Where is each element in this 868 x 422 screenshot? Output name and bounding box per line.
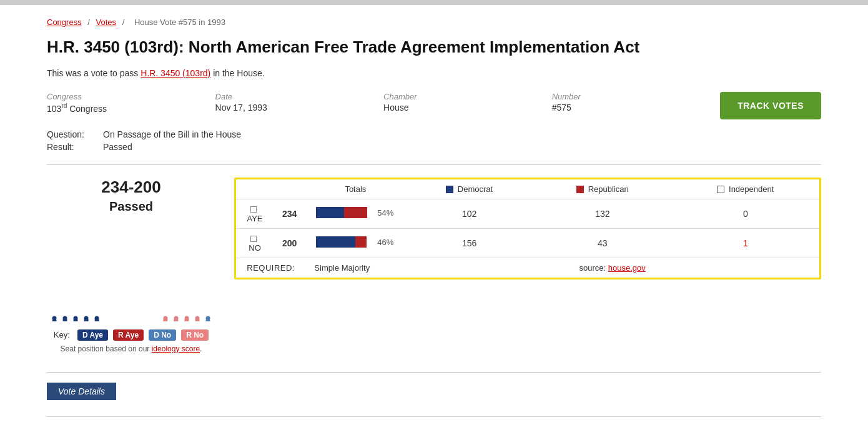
divider-3: [47, 416, 821, 417]
row-dem-1: 156: [405, 228, 533, 258]
result-label: Result:: [47, 142, 103, 152]
th-republican: Republican: [533, 179, 672, 199]
meta-date: Date Nov 17, 1993: [215, 92, 384, 113]
question-label: Question:: [47, 129, 103, 139]
bill-link[interactable]: H.R. 3450 (103rd): [141, 68, 210, 78]
row-pct-1: 46%: [376, 238, 395, 247]
breadcrumb: Congress / Votes / House Vote #575 in 19…: [47, 18, 821, 27]
hemicycle-dot: [195, 316, 200, 320]
congress-label: Congress: [47, 92, 215, 101]
result-value: Passed: [103, 142, 132, 152]
row-label-0: AYE: [236, 199, 274, 228]
track-col: TRACK VOTES: [720, 92, 821, 119]
breadcrumb-congress[interactable]: Congress: [47, 18, 82, 27]
key-label: Key:: [54, 330, 70, 339]
key-row: Key: D Aye R Aye D No R No: [47, 329, 215, 341]
row-dem-0: 102: [405, 199, 533, 228]
breadcrumb-current: House Vote #575 in 1993: [134, 18, 225, 27]
top-bar: [0, 0, 868, 5]
hemicycle-dot: [185, 316, 189, 320]
meta-section: Congress 103rd Congress Date Nov 17, 199…: [47, 92, 821, 119]
table-row: NO 200 46% 156 43 1: [236, 228, 819, 258]
divider-2: [47, 372, 821, 373]
row-rep-1: 43: [533, 228, 672, 258]
checkbox-icon-1: [250, 236, 257, 242]
table-row: AYE 234 54% 102 132 0: [236, 199, 819, 228]
th-totals: Totals: [305, 179, 405, 199]
vote-desc-suffix: in the House.: [213, 68, 265, 78]
breadcrumb-sep1: /: [87, 18, 90, 27]
hemicycle-dot: [206, 316, 210, 320]
dem-indicator: [446, 186, 453, 193]
result-row: Result: Passed: [47, 142, 821, 152]
source-cell: source: house.gov: [405, 258, 819, 278]
hemicycle-dot: [164, 316, 168, 320]
breadcrumb-sep2: /: [122, 18, 125, 27]
row-label-1: NO: [236, 228, 274, 258]
checkbox-icon-0: [250, 206, 257, 213]
rep-indicator: [576, 186, 584, 193]
required-label: REQUIRED:: [236, 258, 305, 278]
number-label: Number: [552, 92, 721, 101]
hemicycle-dot: [174, 316, 179, 320]
vote-section: 234-200 Passed Key: D Aye R Aye D No R N…: [47, 178, 821, 353]
vote-description: This was a vote to pass H.R. 3450 (103rd…: [47, 68, 821, 78]
vote-status: Passed: [47, 199, 215, 214]
th-democrat: Democrat: [405, 179, 533, 199]
date-value: Nov 17, 1993: [215, 103, 384, 113]
vote-table-foot: REQUIRED: Simple Majority source: house.…: [236, 258, 819, 278]
meta-chamber: Chamber House: [383, 92, 552, 113]
key-r-no: R No: [181, 329, 209, 341]
chamber-label: Chamber: [383, 92, 552, 101]
table-header-row: Totals Democrat Republican Independ: [236, 179, 819, 199]
bar-rep-1: [355, 236, 367, 248]
divider-1: [47, 164, 821, 165]
row-pct-0: 54%: [376, 208, 395, 218]
chamber-value: House: [383, 103, 552, 113]
row-rep-0: 132: [533, 199, 672, 228]
question-row: Question: On Passage of the Bill in the …: [47, 129, 821, 139]
th-empty: [236, 179, 274, 199]
page-title: H.R. 3450 (103rd): North American Free T…: [47, 37, 821, 58]
congress-value: 103rd Congress: [47, 103, 215, 114]
vote-tally: 234-200: [47, 178, 215, 197]
required-row: REQUIRED: Simple Majority source: house.…: [236, 258, 819, 278]
key-d-no: D No: [149, 329, 176, 341]
required-value: Simple Majority: [305, 258, 405, 278]
ideology-score-link[interactable]: ideology score: [152, 344, 200, 353]
track-votes-button[interactable]: TRACK VOTES: [720, 92, 821, 119]
breadcrumb-votes[interactable]: Votes: [96, 18, 117, 27]
row-bar-0: 54%: [305, 199, 405, 228]
vote-table: Totals Democrat Republican Independ: [236, 179, 819, 278]
question-value: On Passage of the Bill in the House: [103, 129, 241, 139]
vote-desc-prefix: This was a vote to pass: [47, 68, 138, 78]
number-value: #575: [552, 103, 721, 113]
hemicycle-chart: [50, 221, 212, 321]
meta-congress: Congress 103rd Congress: [47, 92, 215, 114]
key-d-aye: D Aye: [77, 329, 108, 341]
bar-rep-0: [344, 207, 367, 218]
hemicycle-container: 234-200 Passed Key: D Aye R Aye D No R N…: [47, 178, 215, 353]
row-ind-1: 1: [672, 228, 819, 258]
vote-table-wrapper: Totals Democrat Republican Independ: [234, 178, 821, 279]
source-link[interactable]: house.gov: [608, 263, 646, 273]
source-prefix: source:: [579, 263, 606, 273]
main-container: Congress / Votes / House Vote #575 in 19…: [28, 5, 840, 422]
th-independent: Independent: [672, 179, 819, 199]
row-ind-0: 0: [672, 199, 819, 228]
th-total-num: [274, 179, 305, 199]
vote-details-header: Vote Details: [47, 383, 116, 400]
bar-dem-0: [316, 207, 344, 218]
ind-indicator: [717, 186, 724, 193]
row-total-0: 234: [274, 199, 305, 228]
vote-table-body: AYE 234 54% 102 132 0 NO 200: [236, 199, 819, 258]
key-footnote: Seat position based on our ideology scor…: [47, 344, 215, 353]
row-total-1: 200: [274, 228, 305, 258]
key-r-aye: R Aye: [113, 329, 144, 341]
row-bar-1: 46%: [305, 228, 405, 258]
meta-number: Number #575: [552, 92, 721, 113]
date-label: Date: [215, 92, 384, 101]
bar-dem-1: [316, 236, 355, 248]
